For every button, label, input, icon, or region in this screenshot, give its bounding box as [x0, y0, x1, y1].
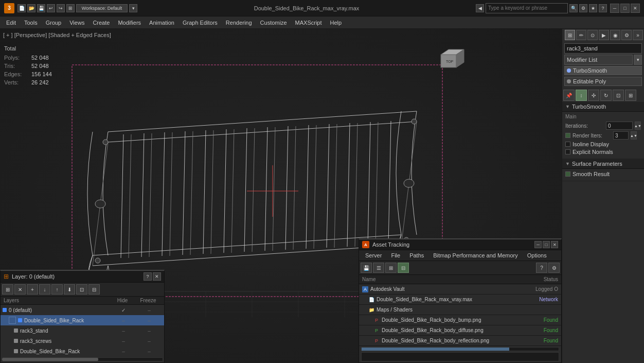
iterations-spinner[interactable]: ▲▼ [635, 122, 641, 130]
asset-tool-right: ? ⚙ [536, 263, 560, 273]
redo-icon[interactable]: ↪ [57, 4, 65, 12]
asset-row-max-file[interactable]: 📄 Double_Sided_Bike_Rack_max_vray.max Ne… [359, 295, 561, 305]
asset-tool-grid[interactable]: ⊞ [385, 263, 397, 273]
layer-tool-down[interactable]: ⬇ [64, 284, 75, 295]
tool-select[interactable]: ↕ [576, 90, 587, 101]
layer-row-rack3-stand[interactable]: rack3_stand – – [1, 325, 164, 336]
asset-minimize-button[interactable]: ─ [534, 241, 542, 248]
asset-row-diffuse[interactable]: P Double_Sided_Bike_Rack_body_diffuse.pn… [359, 325, 561, 336]
maximize-button[interactable]: □ [620, 4, 630, 13]
layer-row-rack3-screws[interactable]: rack3_screws – – [1, 336, 164, 346]
menu-maxscript[interactable]: MAXScript [291, 19, 326, 27]
layer-tool-up[interactable]: ↑ [51, 284, 63, 295]
iterations-value[interactable]: 0 [606, 122, 633, 130]
layer-tool-delete[interactable]: ✕ [14, 284, 26, 295]
layer-help-button[interactable]: ? [144, 272, 152, 281]
panel-icon-utilities[interactable]: ⚙ [621, 30, 632, 40]
asset-row-vault[interactable]: A Autodesk Vault Logged O [359, 284, 561, 295]
panel-icon-extra[interactable]: » [633, 30, 643, 40]
asset-tool-detail[interactable]: ⊟ [398, 263, 409, 273]
asset-search-bar[interactable] [361, 352, 559, 361]
menu-views[interactable]: Views [65, 19, 88, 27]
asset-row-reflection[interactable]: P Double_Sided_Bike_Rack_body_reflection… [359, 336, 561, 346]
tool-pin[interactable]: 📌 [563, 90, 575, 101]
asset-status-max-file: Network [517, 297, 558, 302]
layer-close-button[interactable]: ✕ [153, 272, 161, 281]
search-input[interactable] [486, 3, 568, 13]
layer-row-bike-rack2[interactable]: Double_Sided_Bike_Rack – – [1, 346, 164, 356]
svg-line-23 [211, 130, 213, 254]
layer-scrollbar[interactable] [2, 357, 163, 361]
menu-help[interactable]: Help [326, 19, 346, 27]
asset-tool-save[interactable]: 💾 [361, 263, 372, 273]
render-iters-value[interactable]: 3 [613, 131, 629, 140]
layer-tool-new[interactable]: + [27, 284, 38, 295]
object-name-field[interactable] [564, 43, 642, 54]
menu-modifiers[interactable]: Modifiers [114, 19, 145, 27]
layer-tool-select[interactable]: ↓ [39, 284, 50, 295]
explicit-checkbox[interactable] [565, 149, 570, 154]
asset-menu-options[interactable]: Options [523, 251, 551, 260]
workspace-label[interactable]: Workspace: Default [76, 4, 128, 12]
menu-rendering[interactable]: Rendering [222, 19, 256, 27]
open-file-icon[interactable]: 📂 [27, 4, 35, 12]
asset-menu-file[interactable]: File [387, 251, 404, 260]
menu-group[interactable]: Group [42, 19, 66, 27]
panel-icon-modify[interactable]: ✏ [576, 30, 586, 40]
workspace-icon[interactable]: ⊞ [66, 4, 75, 12]
turbosmooth-header[interactable]: ▼ TurboSmooth [562, 102, 644, 112]
surface-params-header[interactable]: ▼ Surface Parameters [562, 159, 644, 169]
asset-tool-list[interactable]: ☰ [373, 263, 384, 273]
workspace-dropdown[interactable]: ▾ [129, 4, 137, 12]
asset-close-button[interactable]: ✕ [551, 241, 558, 248]
asset-menu-paths[interactable]: Paths [405, 251, 428, 260]
modifier-list-dropdown[interactable]: ▾ [634, 55, 642, 65]
tools-icon[interactable]: ⚙ [579, 4, 587, 12]
panel-icon-hierarchy[interactable]: ⊙ [587, 30, 598, 40]
menu-customize[interactable]: Customize [256, 19, 291, 27]
tool-rotate[interactable]: ↻ [600, 90, 612, 101]
tool-move[interactable]: ✣ [588, 90, 599, 101]
isoline-checkbox[interactable] [565, 142, 570, 147]
menu-create[interactable]: Create [88, 19, 114, 27]
nav-cube[interactable]: TOP [438, 44, 469, 75]
asset-tool-settings[interactable]: ⚙ [548, 263, 560, 273]
layer-row-default[interactable]: 0 (default) ✓ – [1, 305, 164, 315]
panel-icon-display[interactable]: ◉ [610, 30, 620, 40]
menu-animation[interactable]: Animation [145, 19, 178, 27]
smooth-result-checkbox[interactable] [565, 171, 570, 177]
layer-row-bike-rack[interactable]: Double_Sided_Bike_Rack – – [1, 315, 164, 325]
layer-tool-extra2[interactable]: ⊟ [88, 284, 100, 295]
modifier-editable-poly[interactable]: Editable Poly [564, 77, 642, 86]
asset-row-maps-folder[interactable]: 📁 Maps / Shaders [359, 305, 561, 315]
undo-icon[interactable]: ↩ [47, 4, 55, 12]
layer-tool-extra1[interactable]: ⊡ [76, 284, 87, 295]
asset-maximize-button[interactable]: □ [543, 241, 550, 248]
star-icon[interactable]: ★ [589, 4, 597, 12]
layer-tool-add[interactable]: ⊞ [2, 284, 13, 295]
menu-tools[interactable]: Tools [20, 19, 42, 27]
tool-scale[interactable]: ⊡ [613, 90, 624, 101]
save-file-icon[interactable]: 💾 [37, 4, 45, 12]
asset-status-vault: Logged O [517, 286, 558, 292]
render-iters-checkbox[interactable] [565, 133, 570, 138]
render-iters-spinner[interactable]: ▲▼ [631, 131, 637, 140]
new-file-icon[interactable]: 📄 [17, 4, 26, 12]
asset-tool-help[interactable]: ? [536, 263, 547, 273]
tool-extra[interactable]: ⊞ [625, 90, 636, 101]
panel-icon-motion[interactable]: ▶ [599, 30, 609, 40]
panel-icon-create[interactable]: ⊞ [565, 30, 575, 40]
asset-menu-bitmap-perf[interactable]: Bitmap Performance and Memory [429, 251, 522, 260]
search-icon[interactable]: 🔍 [569, 4, 578, 12]
asset-menu-server[interactable]: Server [361, 251, 386, 260]
menu-graph-editors[interactable]: Graph Editors [178, 19, 222, 27]
asset-row-bump[interactable]: P Double_Sided_Bike_Rack_body_bump.png F… [359, 315, 561, 325]
help-icon[interactable]: ? [599, 4, 607, 12]
layer-freeze-rack3-screws: – [148, 338, 151, 344]
minimize-button[interactable]: ─ [610, 4, 619, 13]
asset-name-maps: Maps / Shaders [377, 307, 413, 313]
close-button[interactable]: ✕ [631, 4, 640, 13]
modifier-turbosmooth[interactable]: TurboSmooth [564, 66, 642, 75]
prev-icon[interactable]: ◀ [476, 4, 484, 12]
menu-edit[interactable]: Edit [2, 19, 20, 27]
